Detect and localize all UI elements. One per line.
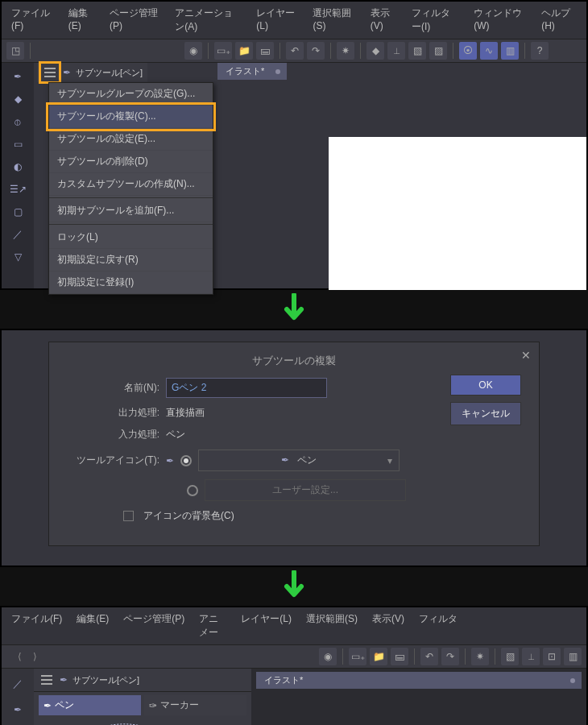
undo-icon[interactable]: ↶ xyxy=(286,42,304,60)
ok-button[interactable]: OK xyxy=(450,375,521,396)
menu-select[interactable]: 選択範囲(S) xyxy=(300,609,364,643)
misc2-icon[interactable]: ▨ xyxy=(429,42,447,60)
menu-page[interactable]: ページ管理(P) xyxy=(117,609,191,643)
move-tool-icon[interactable]: ☰↗ xyxy=(7,180,28,198)
misc3-icon[interactable]: ▥ xyxy=(564,648,582,665)
perspective-icon[interactable]: ▥ xyxy=(501,42,519,60)
bg-color-checkbox[interactable] xyxy=(123,511,134,521)
name-input[interactable]: Gペン 2 xyxy=(166,378,327,398)
tab-label: イラスト* xyxy=(264,675,303,685)
pen-tool-icon[interactable]: ✒ xyxy=(7,701,28,719)
redo-icon[interactable]: ↷ xyxy=(307,42,325,60)
menu-view[interactable]: 表示(V) xyxy=(364,3,404,37)
menu-subtool-settings[interactable]: サブツールの設定(E)... xyxy=(49,128,213,151)
tab-marker[interactable]: ✑ マーカー xyxy=(144,695,246,715)
document-tab[interactable]: イラスト* xyxy=(256,672,582,689)
open-icon[interactable]: 📁 xyxy=(370,648,387,665)
brush-tool-icon[interactable]: ／ xyxy=(7,675,28,693)
snap-icon[interactable]: ⦿ xyxy=(459,42,477,60)
menu-file[interactable]: ファイル(F) xyxy=(5,3,60,37)
nav-fwd-icon[interactable]: ⟩ xyxy=(33,651,37,662)
redo-icon[interactable]: ↷ xyxy=(441,648,459,665)
save-icon[interactable]: 🖴 xyxy=(391,648,408,665)
menu-edit[interactable]: 編集(E) xyxy=(70,609,115,643)
panel-before: ファイル(F) 編集(E) ページ管理(P) アニメーション(A) レイヤー(L… xyxy=(0,0,588,290)
main-toolbar: ◳ ◉ ▭₊ 📁 🖴 ↶ ↷ ✷ ◆ ⟂ ▧ ▨ ⦿ ∿ ▥ ? xyxy=(2,39,586,63)
history-icon[interactable]: ◉ xyxy=(319,648,337,665)
menu-anim[interactable]: アニメーション(A) xyxy=(168,3,248,37)
menu-help[interactable]: ヘルプ(H) xyxy=(535,3,583,37)
menu-duplicate-subtool[interactable]: サブツールの複製(C)... xyxy=(49,106,213,128)
misc-icon[interactable]: ▧ xyxy=(501,648,519,665)
fill-icon[interactable]: ◆ xyxy=(366,42,384,60)
menu-delete-subtool[interactable]: サブツールの削除(D) xyxy=(49,151,213,173)
open-icon[interactable]: 📁 xyxy=(235,42,253,60)
input-value: ペン xyxy=(166,428,185,441)
panel-after: ファイル(F) 編集(E) ページ管理(P) アニメー レイヤー(L) 選択範囲… xyxy=(0,606,588,725)
subtool-menu-button[interactable] xyxy=(39,672,55,688)
canvas[interactable] xyxy=(329,137,586,290)
help-icon[interactable]: ? xyxy=(531,42,549,60)
menu-register[interactable]: 初期設定に登録(I) xyxy=(49,271,213,294)
undo-icon[interactable]: ↶ xyxy=(420,648,438,665)
user-setting-button[interactable]: ユーザー設定... xyxy=(205,479,406,501)
menu-add-default[interactable]: 初期サブツールを追加(F)... xyxy=(49,200,213,222)
clear-icon[interactable]: ✷ xyxy=(337,42,354,60)
menu-layer[interactable]: レイヤー(L) xyxy=(234,609,298,643)
icon-radio-user[interactable] xyxy=(187,485,198,496)
brush-list: カリグラフィ 入り抜きペン 線画用強弱ペン 🔒 xyxy=(34,719,251,725)
menu-filter-trunc[interactable]: フィルタ xyxy=(412,609,464,643)
toolbar-icon[interactable]: ◳ xyxy=(6,42,24,60)
ruler-tool-icon[interactable]: ▽ xyxy=(7,248,28,266)
history-icon[interactable]: ◉ xyxy=(184,42,202,60)
new-icon[interactable]: ▭₊ xyxy=(349,648,366,665)
tab-label: イラスト* xyxy=(226,66,264,76)
eraser-tool-icon[interactable]: ◆ xyxy=(7,90,28,108)
menu-edit[interactable]: 編集(E) xyxy=(62,3,101,37)
brush-row-top[interactable] xyxy=(37,720,248,725)
shape-tool-icon[interactable]: ▢ xyxy=(7,203,28,221)
subtool-menu-button[interactable] xyxy=(42,64,58,81)
rect-tool-icon[interactable]: ▭ xyxy=(7,135,28,153)
unsaved-dot-icon xyxy=(570,678,575,683)
grid-icon[interactable]: ∿ xyxy=(480,42,498,60)
line-tool-icon[interactable]: ／ xyxy=(7,226,28,243)
tab-pen[interactable]: ✒ ペン xyxy=(39,695,141,715)
output-label: 出力処理: xyxy=(67,406,159,420)
clear-icon[interactable]: ✷ xyxy=(471,648,489,665)
new-icon[interactable]: ▭₊ xyxy=(214,42,232,60)
menu-layer[interactable]: レイヤー(L) xyxy=(250,3,304,37)
menu-window[interactable]: ウィンドウ(W) xyxy=(467,3,533,37)
main-menu-bar: ファイル(F) 編集(E) ページ管理(P) アニメーション(A) レイヤー(L… xyxy=(2,2,586,39)
icon-combo-label: ペン xyxy=(297,454,317,466)
menu-file[interactable]: ファイル(F) xyxy=(5,609,68,643)
crop-icon[interactable]: ⟂ xyxy=(522,648,540,665)
pen-icon: ✒ xyxy=(43,700,52,711)
save-icon[interactable]: 🖴 xyxy=(256,42,274,60)
misc-icon[interactable]: ▧ xyxy=(408,42,426,60)
menu-view[interactable]: 表示(V) xyxy=(366,609,411,643)
menu-group-settings[interactable]: サブツールグループの設定(G)... xyxy=(49,83,213,106)
menu-reset[interactable]: 初期設定に戻す(R) xyxy=(49,249,213,271)
pen-icon: ✒ xyxy=(166,455,174,466)
menu-filter[interactable]: フィルター(I) xyxy=(405,3,466,37)
menu-page[interactable]: ページ管理(P) xyxy=(103,3,167,37)
crop-icon[interactable]: ⟂ xyxy=(387,42,405,60)
document-tab[interactable]: イラスト* xyxy=(217,63,287,80)
subtool-title: サブツール[ペン] xyxy=(72,674,139,686)
menu-anim[interactable]: アニメー xyxy=(193,609,233,643)
menu-lock[interactable]: ロック(L) xyxy=(49,226,213,249)
menu-select[interactable]: 選択範囲(S) xyxy=(306,3,362,37)
icon-radio-preset[interactable] xyxy=(180,455,192,466)
gradient-tool-icon[interactable]: ◐ xyxy=(7,158,28,176)
marker-icon: ✑ xyxy=(149,700,157,711)
nav-back-icon[interactable]: ⟨ xyxy=(18,651,22,662)
subtool-context-menu: サブツールグループの設定(G)... サブツールの複製(C)... サブツールの… xyxy=(48,82,213,295)
pen-tool-icon[interactable]: ✒ xyxy=(7,68,28,85)
icon-combo[interactable]: ✒ ペン ▾ xyxy=(198,450,400,471)
blend-tool-icon[interactable]: ⦶ xyxy=(7,113,28,130)
dotted-icon[interactable]: ⊡ xyxy=(543,648,561,665)
cancel-button[interactable]: キャンセル xyxy=(450,402,521,425)
menu-custom-subtool[interactable]: カスタムサブツールの作成(N)... xyxy=(49,173,213,196)
close-button[interactable]: ✕ xyxy=(521,349,531,362)
